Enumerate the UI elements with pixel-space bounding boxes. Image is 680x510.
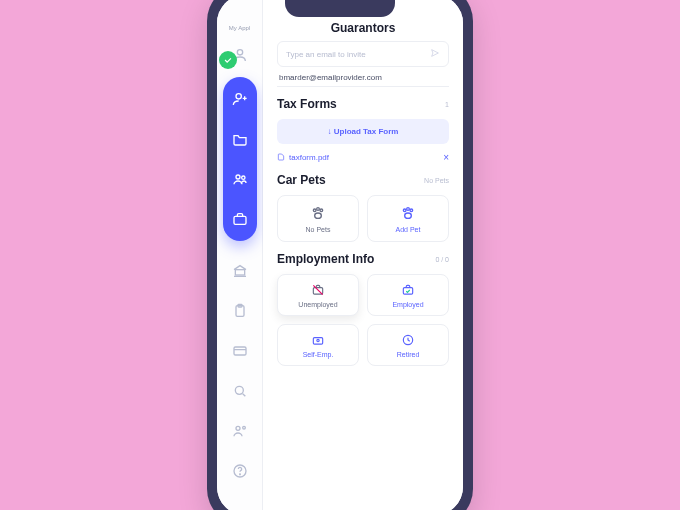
employment-unemployed[interactable]: Unemployed	[277, 274, 359, 316]
svg-point-2	[236, 175, 240, 179]
no-pets-card[interactable]: No Pets	[277, 195, 359, 242]
svg-point-9	[235, 386, 243, 394]
svg-point-1	[236, 94, 241, 99]
employment-aux: 0 / 0	[435, 256, 449, 263]
phone-notch	[285, 0, 395, 17]
employment-self[interactable]: Self-Emp.	[277, 324, 359, 366]
tax-forms-section: Tax Forms 1 ↓ Upload Tax Form taxform.pd…	[277, 97, 449, 163]
paw-plus-icon	[399, 204, 417, 222]
send-icon[interactable]	[430, 48, 440, 60]
svg-rect-4	[234, 216, 246, 224]
bank-icon[interactable]	[226, 257, 254, 285]
sidebar: My Appl	[217, 0, 263, 510]
car-pets-title: Car Pets	[277, 173, 326, 187]
opt-employed-label: Employed	[392, 301, 423, 308]
card-icon[interactable]	[226, 337, 254, 365]
opt-self-label: Self-Emp.	[303, 351, 334, 358]
svg-point-17	[315, 213, 322, 218]
svg-point-25	[317, 339, 319, 341]
contacts-icon[interactable]	[226, 417, 254, 445]
sidebar-rest	[226, 257, 254, 485]
svg-point-11	[242, 426, 245, 429]
add-pet-label: Add Pet	[396, 226, 421, 233]
upload-tax-form-button[interactable]: ↓ Upload Tax Form	[277, 119, 449, 144]
main-content[interactable]: Guarantors Type an email to invite bmard…	[263, 0, 463, 510]
tax-file-name[interactable]: taxform.pdf	[289, 153, 329, 162]
svg-point-13	[239, 474, 240, 475]
checkmark-badge	[219, 51, 237, 69]
sidebar-title: My Appl	[229, 25, 250, 31]
tax-forms-title: Tax Forms	[277, 97, 337, 111]
tax-file-row: taxform.pdf ×	[277, 152, 449, 163]
svg-rect-24	[313, 338, 322, 344]
employment-section: Employment Info 0 / 0 Unemployed Employe…	[277, 252, 449, 366]
folder-icon[interactable]	[228, 127, 252, 151]
add-pet-card[interactable]: Add Pet	[367, 195, 449, 242]
clock-icon	[400, 332, 416, 348]
car-pets-section: Car Pets No Pets No Pets Add Pet	[277, 173, 449, 242]
invite-input-row[interactable]: Type an email to invite	[277, 41, 449, 67]
remove-file-button[interactable]: ×	[443, 152, 449, 163]
briefcase-check-icon	[400, 282, 416, 298]
guarantors-title: Guarantors	[277, 21, 449, 35]
svg-point-10	[236, 426, 240, 430]
car-pets-aux: No Pets	[424, 177, 449, 184]
svg-point-18	[403, 209, 406, 212]
briefcase-user-icon	[310, 332, 326, 348]
person-add-icon[interactable]	[228, 87, 252, 111]
svg-point-21	[405, 213, 412, 218]
active-rail	[223, 77, 257, 241]
svg-rect-23	[403, 288, 412, 294]
svg-point-15	[317, 208, 320, 211]
employment-retired[interactable]: Retired	[367, 324, 449, 366]
svg-point-19	[407, 208, 410, 211]
employment-title: Employment Info	[277, 252, 374, 266]
svg-point-14	[313, 209, 316, 212]
svg-rect-5	[235, 270, 244, 275]
no-pets-label: No Pets	[306, 226, 331, 233]
svg-point-3	[241, 176, 244, 179]
briefcase-off-icon	[310, 282, 326, 298]
svg-point-16	[320, 209, 323, 212]
svg-rect-8	[234, 347, 246, 355]
briefcase-icon[interactable]	[228, 207, 252, 231]
paw-icon	[309, 204, 327, 222]
invite-placeholder: Type an email to invite	[286, 50, 366, 59]
people-icon[interactable]	[228, 167, 252, 191]
tax-forms-count: 1	[445, 101, 449, 108]
clipboard-icon[interactable]	[226, 297, 254, 325]
opt-retired-label: Retired	[397, 351, 420, 358]
guarantors-section: Guarantors Type an email to invite bmard…	[277, 21, 449, 87]
help-icon[interactable]	[226, 457, 254, 485]
opt-unemployed-label: Unemployed	[298, 301, 337, 308]
phone-frame: My Appl	[207, 0, 473, 510]
svg-point-0	[237, 50, 242, 55]
svg-point-20	[410, 209, 413, 212]
search-user-icon[interactable]	[226, 377, 254, 405]
file-icon	[277, 153, 285, 163]
guarantor-email: bmarder@emailprovider.com	[277, 67, 449, 87]
employment-employed[interactable]: Employed	[367, 274, 449, 316]
app-screen: My Appl	[217, 0, 463, 510]
